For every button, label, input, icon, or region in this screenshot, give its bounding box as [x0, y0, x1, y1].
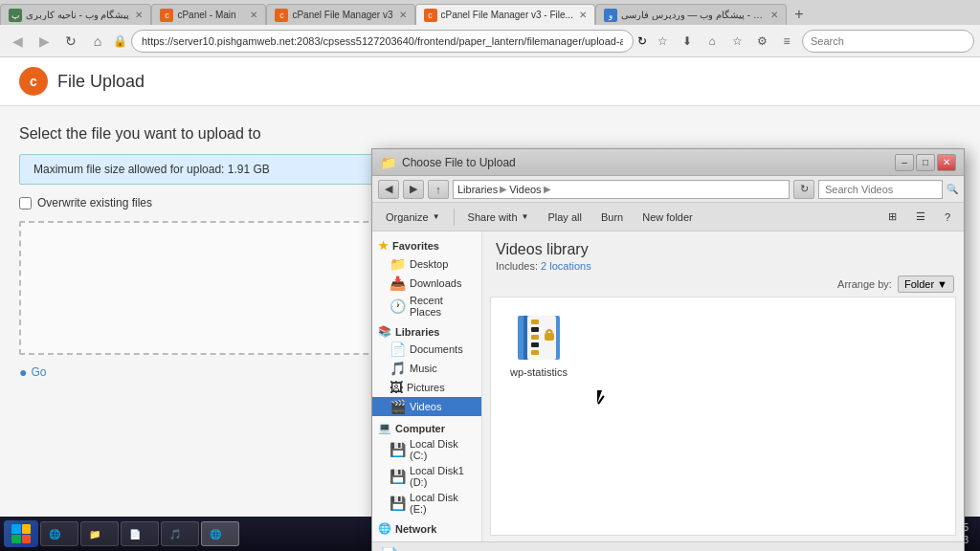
locations-link[interactable]: 2 locations — [541, 260, 591, 272]
sidebar-libraries-header[interactable]: 📚 Libraries — [372, 323, 481, 340]
taskbar-app-music[interactable]: 🎵 — [161, 521, 199, 546]
tab-close-cpanel-main[interactable]: ✕ — [250, 10, 257, 20]
sidebar-group-favorites: ★ Favorites 📁 Desktop 📥 Downloads 🕐 — [372, 237, 481, 320]
help-button[interactable]: ? — [937, 207, 958, 228]
tab-close-cpanel-fm[interactable]: ✕ — [399, 10, 407, 20]
dialog-close-button[interactable]: ✕ — [937, 154, 956, 171]
sidebar-item-pictures[interactable]: 🖼 Pictures — [372, 378, 481, 397]
new-folder-button[interactable]: New folder — [635, 207, 701, 228]
sidebar-item-local-d[interactable]: 💾 Local Disk1 (D:) — [372, 463, 481, 490]
share-with-button[interactable]: Share with ▼ — [460, 207, 537, 228]
dialog-maximize-button[interactable]: □ — [916, 154, 935, 171]
burn-button[interactable]: Burn — [593, 207, 631, 228]
taskbar-app-doc[interactable]: 📄 — [121, 521, 159, 546]
dialog-refresh-button[interactable]: ↻ — [793, 180, 814, 199]
sidebar-item-downloads[interactable]: 📥 Downloads — [372, 274, 481, 293]
breadcrumb-root: Libraries — [457, 184, 498, 195]
dialog-window-controls: – □ ✕ — [895, 154, 956, 171]
page-area: c File Upload Select the file you want t… — [0, 57, 980, 551]
cpanel-logo: c — [19, 67, 48, 96]
view-details-button[interactable]: ☰ — [908, 207, 933, 228]
dialog-status-bar: 📄 1 item — [372, 541, 964, 551]
dialog-forward-button[interactable]: ▶ — [403, 180, 424, 199]
forward-button[interactable]: ▶ — [33, 30, 56, 53]
view-toggle-button[interactable]: ⊞ — [880, 207, 904, 228]
dialog-breadcrumb[interactable]: Libraries ▶ Videos ▶ — [453, 180, 790, 199]
taskbar-app-folder[interactable]: 📁 — [80, 521, 119, 546]
start-button[interactable] — [4, 520, 38, 547]
taskbar-app-ie[interactable]: 🌐 — [40, 521, 78, 546]
go-arrow-icon: ● — [19, 364, 27, 380]
downloads-icon[interactable]: ⬇ — [676, 30, 699, 53]
documents-folder-icon: 📄 — [390, 342, 406, 357]
settings-icon[interactable]: ⚙ — [750, 30, 773, 53]
network-label: Network — [395, 523, 436, 535]
downloads-folder-icon: 📥 — [390, 276, 406, 291]
dialog-search-input[interactable] — [818, 180, 943, 199]
tools-icon[interactable]: ≡ — [775, 30, 798, 53]
bookmarks-star-icon[interactable]: ☆ — [651, 30, 674, 53]
tab-raneh[interactable]: و رانه‌ها - پیشگام وب — وردپرس فارسی ✕ — [595, 4, 787, 25]
reload-button[interactable]: ↻ — [59, 30, 82, 53]
file-open-dialog: 📁 Choose File to Upload – □ ✕ ◀ ▶ ↑ Libr… — [371, 148, 965, 551]
dialog-up-button[interactable]: ↑ — [428, 180, 449, 199]
sidebar-favorites-header[interactable]: ★ Favorites — [372, 237, 481, 254]
sidebar-computer-header[interactable]: 💻 Computer — [372, 420, 481, 436]
address-bar[interactable] — [131, 30, 634, 53]
search-input[interactable] — [802, 30, 974, 53]
cpanel-logo-text: c — [30, 74, 37, 89]
ssl-lock-icon: 🔒 — [113, 34, 127, 48]
dialog-back-button[interactable]: ◀ — [378, 180, 399, 199]
favorites-label: Favorites — [392, 240, 439, 252]
play-all-button[interactable]: Play all — [540, 207, 589, 228]
libraries-label: Libraries — [395, 326, 439, 338]
libraries-icon: 📚 — [378, 325, 391, 338]
taskbar-music-icon: 🎵 — [169, 529, 181, 540]
dialog-title-text: Choose File to Upload — [402, 156, 516, 169]
dialog-title-area: 📁 Choose File to Upload — [380, 155, 516, 170]
organize-button[interactable]: Organize ▼ — [378, 207, 448, 228]
pictures-folder-icon: 🖼 — [390, 380, 403, 395]
win-logo-blue — [11, 524, 21, 534]
tab-close-active[interactable]: ✕ — [579, 10, 587, 20]
sidebar-item-local-e[interactable]: 💾 Local Disk (E:) — [372, 490, 481, 517]
sidebar-item-videos[interactable]: 🎬 Videos — [372, 397, 481, 416]
dialog-search-icon: 🔍 — [947, 184, 958, 194]
home-button[interactable]: ⌂ — [86, 30, 109, 53]
history-icon[interactable]: ☆ — [725, 30, 748, 53]
svg-rect-4 — [531, 327, 539, 332]
sidebar-item-local-d-label: Local Disk1 (D:) — [410, 465, 476, 488]
sidebar-group-libraries: 📚 Libraries 📄 Documents 🎵 Music 🖼 — [372, 323, 481, 416]
home-icon2[interactable]: ⌂ — [701, 30, 724, 53]
sidebar-network-header[interactable]: 🌐 Network — [372, 520, 481, 537]
overwrite-checkbox[interactable] — [19, 197, 32, 209]
tab-cpanel-fm-active[interactable]: c cPanel File Manager v3 - File... ✕ — [415, 4, 595, 25]
back-button[interactable]: ◀ — [6, 30, 29, 53]
tab-close-pishgam[interactable]: ✕ — [135, 10, 143, 20]
dialog-address-bar: ◀ ▶ ↑ Libraries ▶ Videos ▶ ↻ 🔍 — [372, 176, 964, 203]
sidebar-item-recent[interactable]: 🕐 Recent Places — [372, 293, 481, 320]
taskbar-app-browser-active[interactable]: 🌐 — [201, 521, 239, 546]
tab-pishgam[interactable]: پ پیشگام وب - ناحیه کاربری ✕ — [0, 4, 151, 25]
sidebar-item-local-e-label: Local Disk (E:) — [410, 492, 476, 515]
sidebar-item-documents[interactable]: 📄 Documents — [372, 340, 481, 359]
disk-d-icon: 💾 — [390, 469, 406, 484]
file-item-wp-statistics[interactable]: wp-statistics — [501, 307, 577, 382]
arrange-by-button[interactable]: Folder ▼ — [898, 276, 954, 293]
dialog-toolbar: Organize ▼ Share with ▼ Play all Burn Ne… — [372, 203, 964, 231]
favorites-star-icon: ★ — [378, 239, 389, 253]
tab-cpanel-main[interactable]: c cPanel - Main ✕ — [151, 4, 266, 25]
network-icon: 🌐 — [378, 522, 391, 535]
sidebar-item-local-c[interactable]: 💾 Local Disk (C:) — [372, 436, 481, 463]
sidebar-item-music[interactable]: 🎵 Music — [372, 359, 481, 378]
tab-cpanel-fm[interactable]: c cPanel File Manager v3 ✕ — [266, 4, 414, 25]
dialog-minimize-button[interactable]: – — [895, 154, 914, 171]
breadcrumb-child: Videos — [509, 184, 541, 195]
file-list-area[interactable]: wp-statistics — [490, 297, 956, 536]
new-tab-button[interactable]: + — [787, 4, 812, 25]
toolbar-divider1 — [454, 209, 455, 226]
tab-close-raneh[interactable]: ✕ — [770, 10, 778, 20]
wp-statistics-file-icon — [512, 311, 566, 364]
sidebar-item-desktop[interactable]: 📁 Desktop — [372, 254, 481, 274]
taskbar-folder-icon: 📁 — [89, 529, 100, 540]
